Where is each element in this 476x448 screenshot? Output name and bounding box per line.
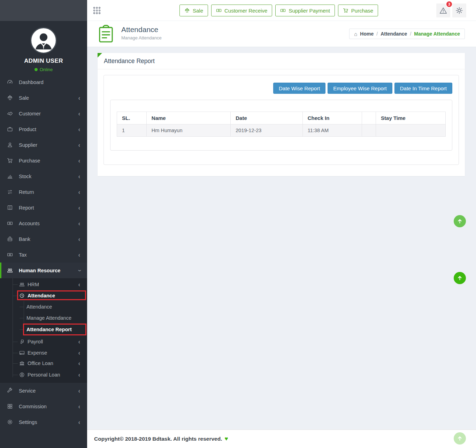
- user-profile: ADMIN USER Online: [0, 21, 87, 74]
- user-name: ADMIN USER: [0, 58, 87, 64]
- table-cell: 11:38 AM: [302, 124, 362, 137]
- chevron-left-icon: ‹: [78, 387, 80, 394]
- sidebar-item-return[interactable]: Return‹: [0, 184, 87, 200]
- scroll-top-button[interactable]: [454, 432, 466, 445]
- sidebar-item-report[interactable]: Report‹: [0, 200, 87, 215]
- bank-icon: [19, 360, 25, 366]
- table-row[interactable]: 1Hm Humayun2019-12-2311:38 AM: [117, 124, 446, 137]
- chevron-left-icon: ‹: [78, 371, 80, 378]
- sidebar-item-hrm[interactable]: HRM‹: [0, 278, 87, 290]
- sidebar-item-label: Attendance: [28, 293, 80, 298]
- gauge-icon: [7, 79, 13, 85]
- home-icon: ⌂: [354, 31, 357, 37]
- banknote-icon: [7, 220, 13, 226]
- table-cell: [376, 124, 446, 137]
- sidebar-item-product[interactable]: Product‹: [0, 121, 87, 137]
- employee-wise-report-button[interactable]: Employee Wise Report: [328, 83, 392, 94]
- quick-actions: SaleCustomer ReceiveSupplier PaymentPurc…: [179, 5, 378, 16]
- sidebar-item-label: Return: [19, 189, 78, 195]
- sidebar-item-human-resource[interactable]: Human Resource ‹: [0, 263, 87, 278]
- handshake-icon: [7, 111, 13, 116]
- apps-grid-icon[interactable]: [93, 6, 101, 15]
- avatar[interactable]: [30, 27, 57, 54]
- column-header: Check In: [302, 112, 362, 124]
- sidebar-item-personal-loan[interactable]: Personal Loan‹: [0, 369, 87, 381]
- sidebar-item-label: Manage Attendance: [26, 315, 80, 321]
- sidebar-item-manage-attendance[interactable]: Manage Attendance: [0, 313, 87, 323]
- date-wise-report-button[interactable]: Date Wise Report: [273, 83, 325, 94]
- sidebar-item-customer[interactable]: Customer‹: [0, 106, 87, 121]
- sidebar-item-attendance-report[interactable]: Attendance Report: [0, 323, 87, 336]
- banknote-icon: [280, 8, 286, 13]
- chevron-left-icon: ‹: [78, 339, 80, 345]
- cart-icon: [7, 158, 13, 164]
- date-in-time-report-button[interactable]: Date In Time Report: [394, 83, 452, 94]
- sidebar-item-attendance[interactable]: Attendance: [0, 290, 87, 301]
- tools-icon: [7, 388, 13, 394]
- table-cell: [362, 124, 376, 137]
- sidebar-item-stock[interactable]: Stock‹: [0, 168, 87, 184]
- sidebar-item-payroll[interactable]: Payroll‹: [0, 336, 87, 348]
- sidebar-item-tax[interactable]: Tax‹: [0, 247, 87, 263]
- quick-sale-button[interactable]: Sale: [179, 5, 208, 16]
- sidebar-item-accounts[interactable]: Accounts‹: [0, 215, 87, 231]
- sidebar-item-label: Dashboard: [19, 79, 80, 85]
- scale-icon: [184, 8, 190, 13]
- sidebar-item-label: Office Loan: [28, 360, 78, 366]
- bag-icon: [7, 236, 13, 242]
- sidebar-item-sale[interactable]: Sale‹: [0, 90, 87, 106]
- sidebar-item-settings[interactable]: Settings‹: [0, 414, 87, 430]
- sidebar-item-label: Sale: [19, 95, 78, 101]
- quick-supplier-payment-button[interactable]: Supplier Payment: [275, 5, 335, 16]
- column-header: Name: [146, 112, 230, 124]
- sidebar-item-office-loan[interactable]: Office Loan‹: [0, 358, 87, 369]
- paypal-icon: [19, 339, 25, 344]
- table-cell: Hm Humayun: [146, 124, 230, 137]
- sidebar-item-expense[interactable]: Expense‹: [0, 348, 87, 358]
- cart-icon: [343, 8, 348, 13]
- sidebar-item-attendance[interactable]: Attendance: [0, 301, 87, 313]
- gear-icon: [7, 419, 13, 425]
- sidebar-item-label: Commission: [19, 404, 78, 409]
- sidebar-item-bank[interactable]: Bank‹: [0, 231, 87, 247]
- chevron-down-icon: ‹: [76, 269, 82, 271]
- clipboard-icon: [99, 24, 113, 43]
- breadcrumb-current: Manage Attendance: [414, 31, 460, 37]
- table-cell: 1: [117, 124, 147, 137]
- scroll-top-button[interactable]: [454, 215, 466, 227]
- chevron-left-icon: ‹: [78, 403, 80, 409]
- quick-button-label: Purchase: [351, 8, 373, 14]
- chevron-left-icon: ‹: [78, 350, 80, 356]
- sidebar-item-purchase[interactable]: Purchase‹: [0, 153, 87, 168]
- footer: Copyright© 2018-2019 Bdtask. All rights …: [87, 430, 476, 448]
- sidebar-item-label: Service: [19, 388, 78, 394]
- quick-customer-receive-button[interactable]: Customer Receive: [211, 5, 272, 16]
- user-status: Online: [0, 67, 87, 72]
- breadcrumb-attendance[interactable]: Attendance: [381, 31, 407, 37]
- sidebar-item-commission[interactable]: Commission‹: [0, 398, 87, 414]
- page-subtitle: Manage Attendance: [121, 35, 162, 40]
- human-resource-submenu: HRM‹AttendanceAttendanceManage Attendanc…: [0, 278, 87, 383]
- scroll-top-button[interactable]: [454, 272, 466, 284]
- sidebar-item-label: Tax: [19, 252, 78, 258]
- scale-icon: [7, 95, 13, 101]
- column-header: [362, 112, 376, 124]
- sidebar-item-supplier[interactable]: Supplier‹: [0, 137, 87, 153]
- sidebar-item-label: Customer: [19, 111, 78, 116]
- chevron-left-icon: ‹: [78, 419, 80, 425]
- sidebar: ADMIN USER Online DashboardSale‹Customer…: [0, 0, 87, 448]
- sidebar-item-service[interactable]: Service‹: [0, 383, 87, 398]
- breadcrumb-home[interactable]: Home: [360, 31, 374, 37]
- settings-button[interactable]: [452, 3, 466, 17]
- sidebar-item-label: Attendance Report: [26, 327, 80, 332]
- breadcrumb: ⌂ Home / Attendance / Manage Attendance: [349, 29, 465, 39]
- quick-purchase-button[interactable]: Purchase: [338, 5, 378, 16]
- sidebar-item-label: Settings: [19, 419, 78, 425]
- sidebar-item-label: Supplier: [19, 142, 78, 148]
- alerts-button[interactable]: 3: [436, 3, 450, 17]
- page-header: Attendance Manage Attendance ⌂ Home / At…: [87, 21, 476, 47]
- warning-triangle-icon: [439, 7, 447, 14]
- book-icon: [7, 205, 13, 211]
- sidebar-item-dashboard[interactable]: Dashboard: [0, 74, 87, 90]
- exchange-icon: [7, 189, 13, 195]
